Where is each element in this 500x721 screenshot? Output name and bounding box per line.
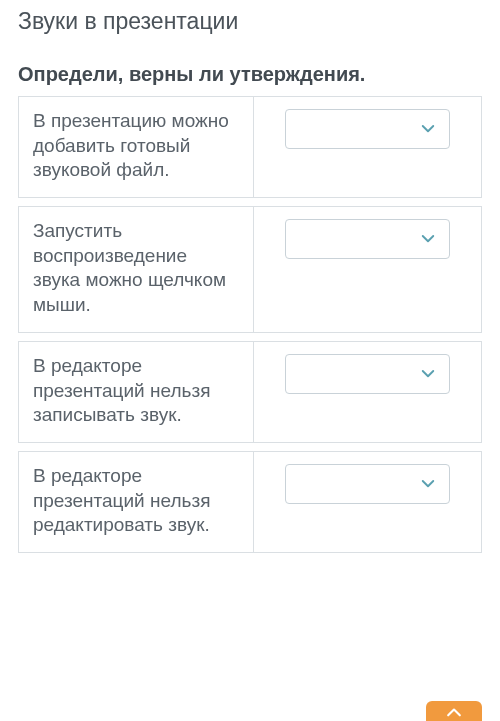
- scroll-top-button[interactable]: [426, 701, 482, 721]
- chevron-down-icon: [419, 230, 437, 248]
- chevron-down-icon: [419, 365, 437, 383]
- statement-text: В презентацию можно добавить готовый зву…: [19, 97, 254, 197]
- table-row: В редакторе презентаций нельзя редактиро…: [18, 451, 482, 553]
- answer-cell: [254, 207, 481, 332]
- statement-text: В редакторе презентаций нельзя редактиро…: [19, 452, 254, 552]
- chevron-down-icon: [419, 475, 437, 493]
- answer-select[interactable]: [285, 354, 450, 394]
- chevron-up-icon: [444, 705, 464, 719]
- table-row: В презентацию можно добавить готовый зву…: [18, 96, 482, 198]
- answer-select[interactable]: [285, 219, 450, 259]
- statement-text: Запустить воспроизведение звука можно ще…: [19, 207, 254, 332]
- answer-select[interactable]: [285, 109, 450, 149]
- instruction-text: Определи, верны ли утверждения.: [18, 63, 482, 86]
- answer-cell: [254, 452, 481, 552]
- statement-text: В редакторе презентаций нельзя записыват…: [19, 342, 254, 442]
- answer-select[interactable]: [285, 464, 450, 504]
- statement-list: В презентацию можно добавить готовый зву…: [18, 96, 482, 553]
- answer-cell: [254, 342, 481, 442]
- table-row: Запустить воспроизведение звука можно ще…: [18, 206, 482, 333]
- table-row: В редакторе презентаций нельзя записыват…: [18, 341, 482, 443]
- chevron-down-icon: [419, 120, 437, 138]
- answer-cell: [254, 97, 481, 197]
- page-title: Звуки в презентации: [18, 8, 482, 35]
